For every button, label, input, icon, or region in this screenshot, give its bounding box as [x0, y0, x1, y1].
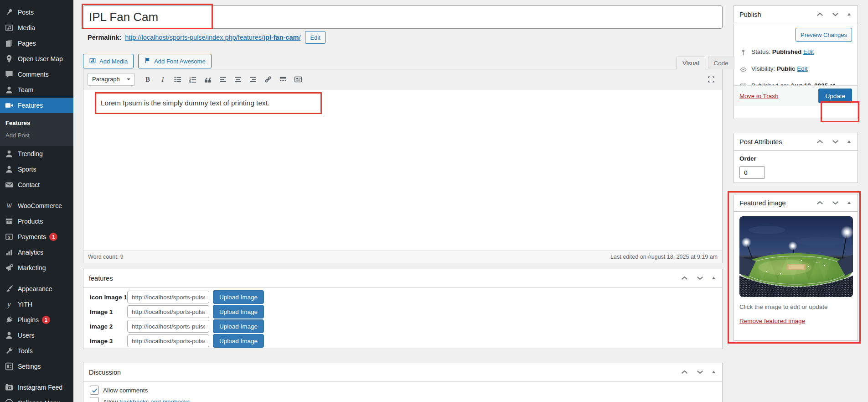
order-up-button[interactable] — [680, 273, 689, 283]
svg-text:y: y — [6, 300, 11, 308]
tab-visual[interactable]: Visual — [677, 57, 705, 69]
sidebar-item-woocommerce[interactable]: WWooCommerce — [0, 198, 73, 214]
order-down-button[interactable] — [831, 198, 840, 208]
sidebar-item-contact[interactable]: Contact — [0, 177, 73, 193]
sidebar-item-label: Products — [18, 218, 43, 225]
align-center-button[interactable] — [231, 73, 245, 86]
toggle-panel-button[interactable] — [711, 275, 717, 281]
sidebar-item-instagram-feed[interactable]: Instagram Feed — [0, 380, 73, 395]
eye-icon — [739, 66, 747, 75]
paragraph-format-select[interactable]: Paragraph — [88, 73, 135, 86]
order-down-button[interactable] — [831, 10, 840, 19]
trackbacks-link[interactable]: trackbacks and pingbacks — [119, 398, 190, 402]
feature-image-url-input[interactable] — [127, 320, 209, 333]
sidebar-item-open-user-map[interactable]: Open User Map — [0, 51, 73, 67]
feature-image-url-input[interactable] — [127, 334, 209, 347]
svg-text:I: I — [161, 76, 164, 83]
person-icon — [5, 149, 14, 158]
blockquote-button[interactable] — [201, 73, 215, 86]
toggle-panel-button[interactable] — [846, 139, 852, 145]
permalink-link[interactable]: http://localhost/sports-pulse/index.php/… — [125, 34, 300, 41]
feature-image-url-input[interactable] — [127, 291, 209, 303]
sidebar-item-posts[interactable]: Posts — [0, 5, 73, 20]
remove-featured-image-link[interactable]: Remove featured image — [739, 318, 805, 324]
edit-status-link[interactable]: Edit — [803, 48, 814, 55]
sidebar-item-trending[interactable]: Trending — [0, 146, 73, 162]
sidebar-item-team[interactable]: Team — [0, 82, 73, 98]
toggle-panel-button[interactable] — [711, 369, 717, 375]
submenu-item-features[interactable]: Features — [0, 117, 73, 129]
sidebar-item-collapse-menu[interactable]: Collapse Menu — [0, 395, 73, 402]
sidebar-item-comments[interactable]: Comments — [0, 67, 73, 82]
align-right-button[interactable] — [246, 73, 260, 86]
italic-button[interactable]: I — [155, 73, 170, 86]
sidebar-item-analytics[interactable]: Analytics — [0, 245, 73, 260]
sidebar-item-settings[interactable]: Settings — [0, 359, 73, 374]
menu-section: Instagram FeedCollapse Menu — [0, 380, 73, 402]
sidebar-item-features[interactable]: Features — [0, 98, 73, 113]
upload-image-button[interactable]: Upload Image — [213, 305, 264, 318]
allow-trackbacks-label: Allow trackbacks and pingbacks — [103, 398, 190, 402]
post-title-input[interactable] — [83, 5, 723, 29]
toolbar-toggle-button[interactable] — [291, 73, 305, 86]
preview-changes-button[interactable]: Preview Changes — [796, 28, 852, 42]
sidebar-item-marketing[interactable]: Marketing — [0, 260, 73, 276]
editor-toolbar: Paragraph BI123 — [83, 69, 722, 89]
order-up-button[interactable] — [680, 367, 689, 377]
toggle-panel-button[interactable] — [846, 11, 852, 17]
sidebar-item-payments[interactable]: $Payments1 — [0, 229, 73, 245]
align-left-button[interactable] — [216, 73, 230, 86]
order-down-button[interactable] — [695, 367, 705, 377]
add-font-awesome-button[interactable]: Add Font Awesome — [138, 54, 212, 68]
feature-image-url-input[interactable] — [127, 305, 209, 318]
tab-code[interactable]: Code — [708, 57, 734, 69]
fullscreen-button[interactable] — [704, 73, 718, 86]
sidebar-item-users[interactable]: Users — [0, 328, 73, 343]
person-icon — [5, 85, 14, 94]
numbered-list-button[interactable]: 123 — [186, 73, 200, 86]
move-to-trash-link[interactable]: Move to Trash — [739, 93, 779, 99]
bold-button[interactable]: B — [140, 73, 155, 86]
sidebar-item-pages[interactable]: Pages — [0, 36, 73, 51]
sidebar-item-label: WooCommerce — [18, 202, 62, 209]
featured-image-thumbnail[interactable] — [739, 216, 853, 297]
order-down-button[interactable] — [831, 137, 840, 146]
allow-comments-checkbox[interactable] — [90, 386, 99, 395]
sidebar-item-label: Contact — [18, 181, 40, 188]
sidebar-item-plugins[interactable]: Plugins1 — [0, 312, 73, 328]
sidebar-item-sports[interactable]: Sports — [0, 162, 73, 177]
order-input[interactable] — [739, 166, 765, 179]
post-status-icon — [739, 49, 747, 58]
upload-image-button[interactable]: Upload Image — [213, 319, 264, 333]
toggle-panel-button[interactable] — [846, 200, 852, 206]
update-button[interactable]: Update — [818, 89, 852, 103]
sidebar-item-appearance[interactable]: Appearance — [0, 281, 73, 297]
order-up-button[interactable] — [815, 10, 825, 19]
order-up-button[interactable] — [815, 198, 825, 208]
status-row: Status: Published Edit — [739, 48, 852, 58]
allow-comments-row: Allow comments — [90, 386, 716, 395]
sidebar-item-media[interactable]: Media — [0, 20, 73, 36]
permalink: Permalink: http://localhost/sports-pulse… — [88, 31, 326, 44]
permalink-edit-button[interactable]: Edit — [305, 31, 325, 44]
allow-trackbacks-row: Allow trackbacks and pingbacks — [90, 397, 716, 402]
upload-image-button[interactable]: Upload Image — [213, 290, 264, 304]
menu-section: AppearanceyYITHPlugins1UsersToolsSetting… — [0, 281, 73, 374]
read-more-button[interactable] — [276, 73, 290, 86]
order-down-button[interactable] — [695, 273, 705, 283]
editor-content-area[interactable]: Lorem Ipsum is the simply dummy text of … — [83, 89, 722, 251]
publish-footer: Move to Trash Update — [734, 85, 858, 106]
edit-visibility-link[interactable]: Edit — [797, 65, 807, 72]
add-media-button[interactable]: Add Media — [83, 54, 134, 68]
sidebar-item-products[interactable]: Products — [0, 214, 73, 229]
features-handle-actions — [680, 273, 717, 283]
submenu-item-add-post[interactable]: Add Post — [0, 129, 73, 141]
order-up-button[interactable] — [815, 137, 825, 146]
sidebar-item-tools[interactable]: Tools — [0, 343, 73, 359]
bullet-list-button[interactable] — [170, 73, 185, 86]
sidebar-item-yith[interactable]: yYITH — [0, 297, 73, 312]
sidebar-item-label: Marketing — [18, 264, 46, 271]
upload-image-button[interactable]: Upload Image — [213, 334, 264, 348]
link-button[interactable] — [261, 73, 275, 86]
allow-trackbacks-checkbox[interactable] — [90, 397, 99, 402]
